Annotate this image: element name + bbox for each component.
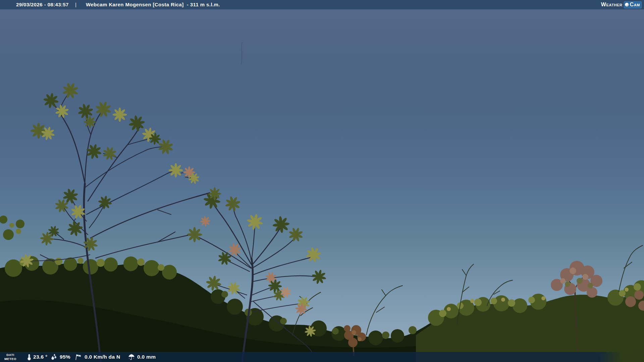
webcam-snapshot: 29/03/2026 - 08:43:57 | Webcam Karen Mog… xyxy=(0,0,644,362)
windsock-icon xyxy=(74,353,82,361)
webcam-title: Webcam Karen Mogensen [Costa Rica] - 311… xyxy=(86,0,220,9)
webcam-photo xyxy=(0,0,644,362)
header-bar: 29/03/2026 - 08:43:57 | Webcam Karen Mog… xyxy=(0,0,644,9)
weather-data-bar: DATI METEO 23.6 ° 95% 0.0 Km/h da N xyxy=(0,352,644,362)
meteo-label-line1: DATI xyxy=(4,353,16,357)
logo-badge: Cam xyxy=(624,1,642,8)
logo-text-weather: Weather xyxy=(601,2,623,8)
thermometer-icon xyxy=(25,353,33,361)
globe-icon xyxy=(625,3,629,7)
umbrella-icon xyxy=(128,353,135,361)
wind-value: 0.0 Km/h da N xyxy=(85,352,120,362)
leaf-clusters xyxy=(19,80,202,269)
separator: | xyxy=(75,0,76,9)
weathercam-logo: Weather Cam xyxy=(601,0,642,9)
logo-text-cam: Cam xyxy=(630,2,640,8)
water-drops-icon xyxy=(50,353,58,361)
meteo-panel-label: DATI METEO xyxy=(4,353,16,361)
meteo-label-line2: METEO xyxy=(4,357,16,361)
timestamp: 29/03/2026 - 08:43:57 xyxy=(16,0,69,9)
tree-line xyxy=(0,216,644,362)
rain-value: 0.0 mm xyxy=(137,352,156,362)
humidity-value: 95% xyxy=(60,352,70,362)
temperature-value: 23.6 ° xyxy=(33,352,47,362)
sky-filament xyxy=(241,42,242,64)
